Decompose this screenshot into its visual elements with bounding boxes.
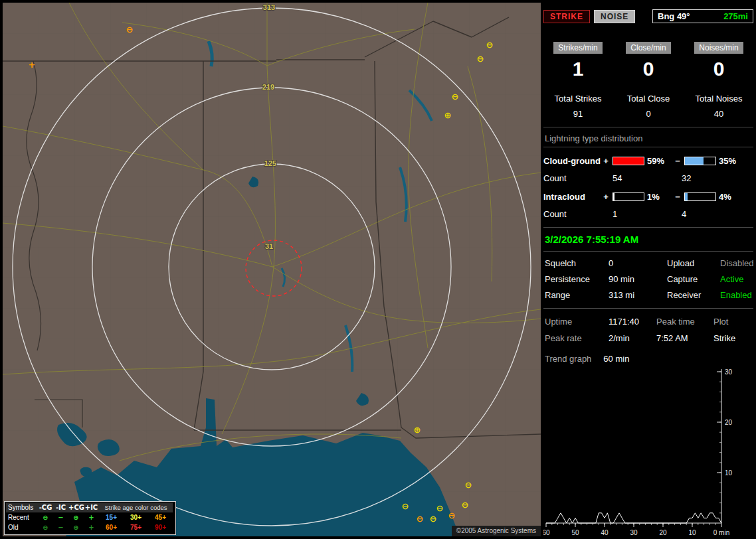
age-45: 45+ xyxy=(148,514,173,521)
plot-value: Strike xyxy=(713,333,753,343)
cg-negative-count: 32 xyxy=(682,173,753,183)
receiver-status-grid: Squelch 0 Upload Disabled Persistence 90… xyxy=(543,251,753,308)
cg-minus-icon: ⊖ xyxy=(38,514,53,521)
trend-graph-window: 60 min xyxy=(603,354,629,364)
legend-old-label: Old xyxy=(6,524,38,531)
bearing-readout: Bng 49° 275mi xyxy=(652,9,753,23)
strike-cg-plus-icon: ⊕ xyxy=(444,110,452,120)
svg-text:20: 20 xyxy=(659,529,667,536)
datetime-section: 3/2/2026 7:55:19 AM xyxy=(543,227,753,251)
total-close-value: 0 xyxy=(614,109,683,119)
peak-time-value: 7:52 AM xyxy=(656,333,713,343)
ic-negative-bar xyxy=(684,193,716,201)
age-90: 90+ xyxy=(148,524,173,531)
range-ring-label: 125 xyxy=(264,159,276,167)
status-panel: STRIKE NOISE Bng 49° 275mi Strikes/min 1… xyxy=(543,0,753,539)
copyright-notice: ©2005 Astrogenic Systems xyxy=(452,526,541,536)
bearing-label: Bng 49° xyxy=(658,11,690,21)
cloud-ground-label: Cloud-ground xyxy=(543,156,602,166)
persistence-value: 90 min xyxy=(609,274,667,284)
strike-cg-minus-icon: ⊖ xyxy=(486,40,494,50)
strike-cg-minus-icon: ⊖ xyxy=(417,514,424,524)
mode-controls: STRIKE NOISE Bng 49° 275mi xyxy=(543,9,753,23)
minus-sign: − xyxy=(674,156,682,166)
legend-symbols-title: Symbols xyxy=(6,504,38,511)
intracloud-row: Intracloud + 1% − 4% xyxy=(543,192,753,202)
age-60: 60+ xyxy=(99,524,124,531)
total-noises-value: 40 xyxy=(684,109,753,119)
uptime-info-grid: Uptime 1171:40 Peak time Plot Peak rate … xyxy=(543,308,753,343)
capture-label: Capture xyxy=(667,274,720,284)
cg-positive-bar xyxy=(613,157,644,165)
cg-plus-icon: ⊕ xyxy=(68,524,84,531)
strike-cg-minus-icon: ⊖ xyxy=(462,500,469,510)
noise-mode-button[interactable]: NOISE xyxy=(594,10,635,23)
cg-plus-icon: ⊕ xyxy=(68,514,84,521)
upload-label: Upload xyxy=(667,258,720,268)
svg-text:20: 20 xyxy=(725,419,733,426)
close-per-min-value: 0 xyxy=(614,59,683,79)
svg-text:30: 30 xyxy=(725,368,733,376)
total-strikes-value: 91 xyxy=(543,109,613,119)
strikes-per-min-header[interactable]: Strikes/min xyxy=(553,42,602,54)
map-panel[interactable]: 31321912531 ⊖+⊖⊖⊖⊕⊕⊖⊖⊖⊖⊖⊖⊖ Symbols -CG -… xyxy=(3,3,541,536)
svg-text:30: 30 xyxy=(630,529,638,536)
legend-col-pcg: +CG xyxy=(68,504,84,511)
noises-per-min-column: Noises/min 0 Total Noises 40 xyxy=(684,42,753,119)
range-value: 313 mi xyxy=(609,290,667,300)
plot-label: Plot xyxy=(713,317,753,327)
squelch-value: 0 xyxy=(609,258,667,268)
range-ring-label: 313 xyxy=(263,3,275,11)
strike-mode-button[interactable]: STRIKE xyxy=(543,10,590,23)
strike-cg-minus-icon: ⊖ xyxy=(402,501,409,511)
squelch-label: Squelch xyxy=(545,258,609,268)
ic-positive-bar-fill xyxy=(613,193,614,200)
svg-text:10: 10 xyxy=(725,469,733,477)
lightning-map[interactable]: 31321912531 ⊖+⊖⊖⊖⊕⊕⊖⊖⊖⊖⊖⊖⊖ xyxy=(3,3,541,536)
cg-negative-bar xyxy=(684,157,716,165)
strike-cg-minus-icon: ⊖ xyxy=(465,480,472,490)
close-per-min-header[interactable]: Close/min xyxy=(626,42,670,54)
strike-cg-minus-icon: ⊖ xyxy=(452,92,459,102)
uptime-label: Uptime xyxy=(545,317,609,327)
svg-text:10: 10 xyxy=(688,529,696,536)
cg-count-label: Count xyxy=(543,173,613,183)
ic-positive-count: 1 xyxy=(613,209,682,219)
legend-col-ncg: -CG xyxy=(38,504,53,511)
ic-plus-icon: + xyxy=(84,514,99,521)
bearing-distance: 275mi xyxy=(723,11,748,21)
cloud-ground-count-row: Count 54 32 xyxy=(543,173,753,183)
total-noises-label: Total Noises xyxy=(684,94,753,104)
cg-negative-bar-fill xyxy=(685,157,704,165)
strike-trend-line xyxy=(546,513,721,523)
svg-text:50: 50 xyxy=(571,529,579,536)
upload-status: Disabled xyxy=(720,258,754,268)
svg-text:60: 60 xyxy=(543,529,550,536)
svg-text:0 min: 0 min xyxy=(713,529,729,536)
peak-rate-label: Peak rate xyxy=(545,333,609,343)
strike-cg-minus-icon: ⊖ xyxy=(448,510,456,520)
legend-recent-label: Recent xyxy=(6,514,38,521)
legend-old-row: Old ⊖ − ⊕ + 60+ 75+ 90+ xyxy=(6,522,173,532)
capture-status: Active xyxy=(720,274,754,284)
uptime-value: 1171:40 xyxy=(609,317,656,327)
noises-per-min-header[interactable]: Noises/min xyxy=(694,42,743,54)
nexstorm-window: 31321912531 ⊖+⊖⊖⊖⊕⊕⊖⊖⊖⊖⊖⊖⊖ Symbols -CG -… xyxy=(0,0,756,539)
cg-negative-pct: 35% xyxy=(719,156,745,166)
ic-count-label: Count xyxy=(543,209,613,219)
strike-cg-plus-icon: ⊕ xyxy=(414,425,421,435)
intracloud-label: Intracloud xyxy=(543,192,602,202)
ic-plus-icon: + xyxy=(84,524,99,531)
age-15: 15+ xyxy=(99,514,124,521)
peak-time-label: Peak time xyxy=(656,317,713,327)
map-legend: Symbols -CG -IC +CG +IC Strike age color… xyxy=(4,501,176,535)
strike-cg-minus-icon: ⊖ xyxy=(436,503,444,513)
noises-per-min-value: 0 xyxy=(684,59,753,79)
strikes-per-min-value: 1 xyxy=(543,59,613,79)
range-label: Range xyxy=(545,290,609,300)
plus-sign: + xyxy=(602,192,610,202)
ic-positive-bar xyxy=(613,193,644,201)
age-75: 75+ xyxy=(124,524,148,531)
legend-age-title: Strike age color codes xyxy=(99,504,173,511)
legend-recent-row: Recent ⊖ − ⊕ + 15+ 30+ 45+ xyxy=(6,512,173,522)
